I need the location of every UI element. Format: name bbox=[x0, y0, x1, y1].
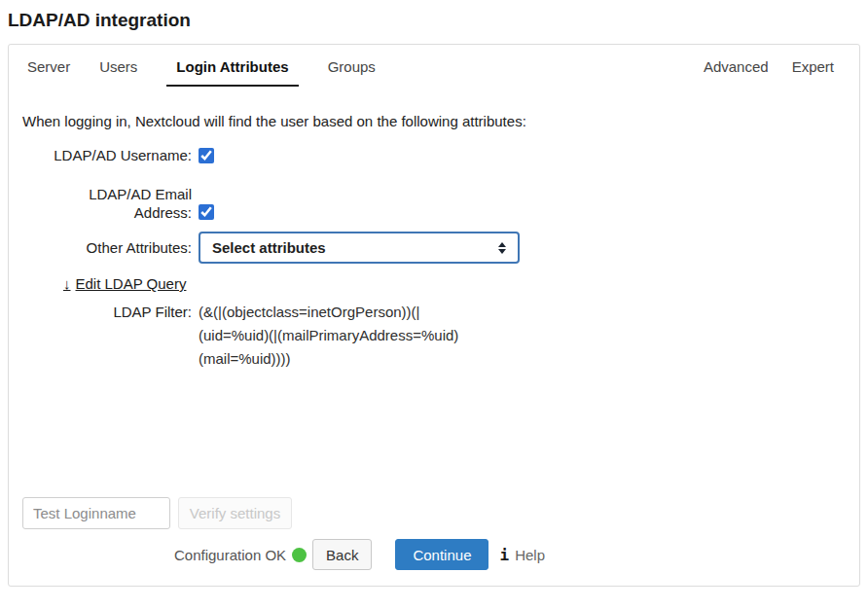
edit-query-row: ↓ Edit LDAP Query bbox=[63, 275, 859, 292]
page-title: LDAP/AD integration bbox=[8, 10, 868, 31]
username-label: LDAP/AD Username: bbox=[22, 147, 192, 163]
edit-ldap-query-link[interactable]: ↓ Edit LDAP Query bbox=[63, 275, 186, 292]
tab-group-mode: Advanced Expert bbox=[704, 58, 834, 75]
ldap-filter-label: LDAP Filter: bbox=[22, 301, 192, 324]
help-link[interactable]: i Help bbox=[499, 546, 545, 564]
edit-ldap-query-label: Edit LDAP Query bbox=[76, 275, 187, 292]
down-arrow-icon: ↓ bbox=[63, 275, 71, 292]
configuration-status-text: Configuration OK bbox=[174, 547, 286, 563]
username-row: LDAP/AD Username: bbox=[22, 147, 859, 163]
email-row: LDAP/AD Email Address: bbox=[22, 185, 859, 222]
tab-advanced[interactable]: Advanced bbox=[704, 58, 769, 75]
verify-settings-button[interactable]: Verify settings bbox=[178, 497, 292, 529]
email-label-wrap: LDAP/AD Email Address: bbox=[22, 185, 192, 222]
login-attributes-pane: When logging in, Nextcloud will find the… bbox=[9, 113, 859, 371]
tab-group-main: Server Users Login Attributes Groups bbox=[27, 58, 376, 87]
tab-login-attributes[interactable]: Login Attributes bbox=[166, 58, 298, 87]
ldap-filter-row: LDAP Filter: (&(|(objectclass=inetOrgPer… bbox=[22, 301, 859, 371]
tab-users[interactable]: Users bbox=[99, 58, 137, 87]
test-loginname-input[interactable] bbox=[22, 497, 170, 529]
tab-bar: Server Users Login Attributes Groups Adv… bbox=[9, 45, 859, 87]
tab-expert[interactable]: Expert bbox=[792, 58, 834, 75]
email-label: LDAP/AD Email Address: bbox=[87, 185, 192, 222]
ldap-filter-value: (&(|(objectclass=inetOrgPerson))(| (uid=… bbox=[199, 301, 481, 371]
confirm-row: Configuration OK Back Continue i Help bbox=[174, 539, 859, 570]
test-login-row: Verify settings bbox=[22, 497, 859, 529]
other-attributes-select[interactable]: Select attributes bbox=[199, 232, 520, 264]
tab-server[interactable]: Server bbox=[27, 58, 70, 87]
other-attributes-label: Other Attributes: bbox=[22, 239, 192, 256]
intro-text: When logging in, Nextcloud will find the… bbox=[22, 113, 859, 129]
ldap-username-checkbox[interactable] bbox=[199, 148, 214, 163]
other-attributes-row: Other Attributes: Select attributes bbox=[22, 232, 859, 264]
wizard-footer: Verify settings Configuration OK Back Co… bbox=[22, 497, 859, 570]
back-button[interactable]: Back bbox=[312, 539, 372, 570]
ldap-email-checkbox[interactable] bbox=[199, 204, 214, 220]
continue-button[interactable]: Continue bbox=[395, 539, 488, 570]
help-label: Help bbox=[515, 547, 545, 563]
tab-groups[interactable]: Groups bbox=[328, 58, 376, 87]
status-ok-dot bbox=[292, 548, 307, 562]
other-attributes-selected-value: Select attributes bbox=[212, 239, 326, 256]
info-icon: i bbox=[499, 546, 509, 564]
select-updown-icon bbox=[498, 242, 506, 254]
ldap-wizard-panel: Server Users Login Attributes Groups Adv… bbox=[8, 44, 860, 587]
